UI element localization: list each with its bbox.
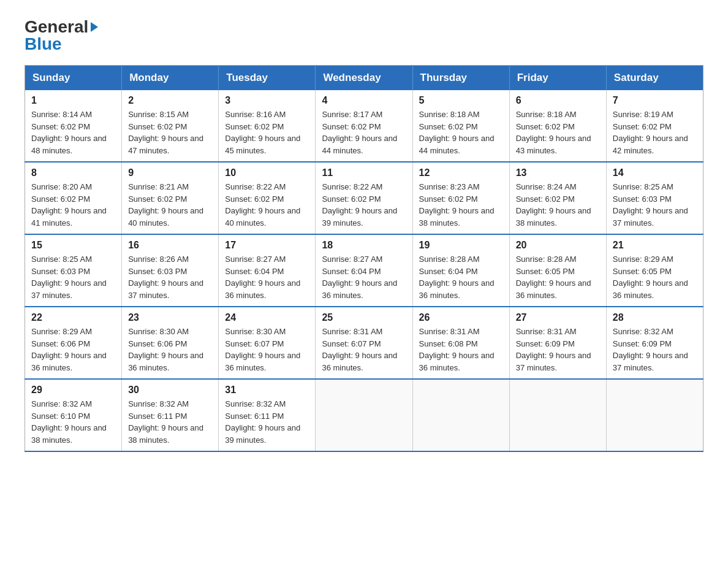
calendar-cell: 14 Sunrise: 8:25 AM Sunset: 6:03 PM Dayl…: [606, 162, 703, 234]
day-info: Sunrise: 8:19 AM Sunset: 6:02 PM Dayligh…: [613, 109, 697, 156]
calendar-cell: 2 Sunrise: 8:15 AM Sunset: 6:02 PM Dayli…: [122, 90, 219, 162]
calendar-cell: 12 Sunrise: 8:23 AM Sunset: 6:02 PM Dayl…: [412, 162, 509, 234]
day-number: 1: [31, 95, 115, 106]
weekday-header-sunday: Sunday: [25, 66, 122, 91]
calendar-cell: 7 Sunrise: 8:19 AM Sunset: 6:02 PM Dayli…: [606, 90, 703, 162]
calendar-cell: 27 Sunrise: 8:31 AM Sunset: 6:09 PM Dayl…: [509, 307, 606, 379]
weekday-header-saturday: Saturday: [606, 66, 703, 91]
day-info: Sunrise: 8:27 AM Sunset: 6:04 PM Dayligh…: [225, 253, 309, 301]
calendar-cell: 10 Sunrise: 8:22 AM Sunset: 6:02 PM Dayl…: [219, 162, 316, 234]
day-info: Sunrise: 8:28 AM Sunset: 6:04 PM Dayligh…: [419, 253, 503, 301]
day-number: 15: [31, 240, 115, 251]
logo-general-text: General: [25, 18, 88, 36]
day-info: Sunrise: 8:26 AM Sunset: 6:03 PM Dayligh…: [128, 253, 212, 301]
calendar-cell: 23 Sunrise: 8:30 AM Sunset: 6:06 PM Dayl…: [122, 307, 219, 379]
day-info: Sunrise: 8:30 AM Sunset: 6:07 PM Dayligh…: [225, 326, 309, 373]
calendar-cell: [316, 379, 412, 451]
day-number: 12: [419, 167, 503, 178]
day-number: 11: [322, 167, 406, 178]
day-info: Sunrise: 8:31 AM Sunset: 6:09 PM Dayligh…: [516, 326, 600, 373]
day-number: 14: [613, 167, 697, 178]
calendar-cell: [412, 379, 509, 451]
day-info: Sunrise: 8:17 AM Sunset: 6:02 PM Dayligh…: [322, 109, 406, 156]
calendar-cell: 24 Sunrise: 8:30 AM Sunset: 6:07 PM Dayl…: [219, 307, 316, 379]
day-info: Sunrise: 8:14 AM Sunset: 6:02 PM Dayligh…: [31, 109, 115, 156]
calendar-cell: 5 Sunrise: 8:18 AM Sunset: 6:02 PM Dayli…: [412, 90, 509, 162]
day-number: 13: [516, 167, 600, 178]
day-number: 26: [419, 312, 503, 323]
calendar-cell: 31 Sunrise: 8:32 AM Sunset: 6:11 PM Dayl…: [219, 379, 316, 451]
day-number: 31: [225, 385, 309, 396]
day-number: 8: [31, 167, 115, 178]
day-number: 30: [128, 385, 212, 396]
logo-arrow-icon: [91, 22, 98, 32]
day-number: 21: [613, 240, 697, 251]
day-number: 16: [128, 240, 212, 251]
day-number: 25: [322, 312, 406, 323]
day-info: Sunrise: 8:15 AM Sunset: 6:02 PM Dayligh…: [128, 109, 212, 156]
day-number: 29: [31, 385, 115, 396]
day-info: Sunrise: 8:25 AM Sunset: 6:03 PM Dayligh…: [613, 181, 697, 229]
calendar-cell: 3 Sunrise: 8:16 AM Sunset: 6:02 PM Dayli…: [219, 90, 316, 162]
day-info: Sunrise: 8:32 AM Sunset: 6:09 PM Dayligh…: [613, 326, 697, 373]
day-info: Sunrise: 8:31 AM Sunset: 6:08 PM Dayligh…: [419, 326, 503, 373]
weekday-header-row: SundayMondayTuesdayWednesdayThursdayFrid…: [25, 66, 703, 91]
day-number: 22: [31, 312, 115, 323]
day-number: 19: [419, 240, 503, 251]
calendar-cell: 20 Sunrise: 8:28 AM Sunset: 6:05 PM Dayl…: [509, 234, 606, 307]
day-number: 6: [516, 95, 600, 106]
calendar-week-5: 29 Sunrise: 8:32 AM Sunset: 6:10 PM Dayl…: [25, 379, 703, 451]
day-info: Sunrise: 8:30 AM Sunset: 6:06 PM Dayligh…: [128, 326, 212, 373]
day-number: 28: [613, 312, 697, 323]
day-number: 4: [322, 95, 406, 106]
calendar-week-2: 8 Sunrise: 8:20 AM Sunset: 6:02 PM Dayli…: [25, 162, 703, 234]
day-number: 17: [225, 240, 309, 251]
day-info: Sunrise: 8:21 AM Sunset: 6:02 PM Dayligh…: [128, 181, 212, 229]
weekday-header-monday: Monday: [122, 66, 219, 91]
day-info: Sunrise: 8:29 AM Sunset: 6:05 PM Dayligh…: [613, 253, 697, 301]
calendar-cell: 6 Sunrise: 8:18 AM Sunset: 6:02 PM Dayli…: [509, 90, 606, 162]
day-number: 7: [613, 95, 697, 106]
calendar-cell: 22 Sunrise: 8:29 AM Sunset: 6:06 PM Dayl…: [25, 307, 122, 379]
day-number: 9: [128, 167, 212, 178]
calendar-cell: 17 Sunrise: 8:27 AM Sunset: 6:04 PM Dayl…: [219, 234, 316, 307]
day-info: Sunrise: 8:32 AM Sunset: 6:10 PM Dayligh…: [31, 398, 115, 446]
day-info: Sunrise: 8:31 AM Sunset: 6:07 PM Dayligh…: [322, 326, 406, 373]
day-info: Sunrise: 8:32 AM Sunset: 6:11 PM Dayligh…: [128, 398, 212, 446]
weekday-header-thursday: Thursday: [412, 66, 509, 91]
calendar-cell: 1 Sunrise: 8:14 AM Sunset: 6:02 PM Dayli…: [25, 90, 122, 162]
day-info: Sunrise: 8:18 AM Sunset: 6:02 PM Dayligh…: [516, 109, 600, 156]
day-number: 23: [128, 312, 212, 323]
day-info: Sunrise: 8:20 AM Sunset: 6:02 PM Dayligh…: [31, 181, 115, 229]
day-info: Sunrise: 8:24 AM Sunset: 6:02 PM Dayligh…: [516, 181, 600, 229]
day-info: Sunrise: 8:23 AM Sunset: 6:02 PM Dayligh…: [419, 181, 503, 229]
calendar-cell: 21 Sunrise: 8:29 AM Sunset: 6:05 PM Dayl…: [606, 234, 703, 307]
calendar-cell: [509, 379, 606, 451]
day-info: Sunrise: 8:29 AM Sunset: 6:06 PM Dayligh…: [31, 326, 115, 373]
day-info: Sunrise: 8:16 AM Sunset: 6:02 PM Dayligh…: [225, 109, 309, 156]
day-info: Sunrise: 8:28 AM Sunset: 6:05 PM Dayligh…: [516, 253, 600, 301]
day-number: 10: [225, 167, 309, 178]
calendar-cell: 25 Sunrise: 8:31 AM Sunset: 6:07 PM Dayl…: [316, 307, 412, 379]
calendar-cell: 11 Sunrise: 8:22 AM Sunset: 6:02 PM Dayl…: [316, 162, 412, 234]
weekday-header-tuesday: Tuesday: [219, 66, 316, 91]
day-info: Sunrise: 8:32 AM Sunset: 6:11 PM Dayligh…: [225, 398, 309, 446]
calendar-week-4: 22 Sunrise: 8:29 AM Sunset: 6:06 PM Dayl…: [25, 307, 703, 379]
day-number: 3: [225, 95, 309, 106]
calendar-cell: 13 Sunrise: 8:24 AM Sunset: 6:02 PM Dayl…: [509, 162, 606, 234]
calendar-cell: [606, 379, 703, 451]
day-info: Sunrise: 8:25 AM Sunset: 6:03 PM Dayligh…: [31, 253, 115, 301]
day-info: Sunrise: 8:22 AM Sunset: 6:02 PM Dayligh…: [225, 181, 309, 229]
calendar-cell: 9 Sunrise: 8:21 AM Sunset: 6:02 PM Dayli…: [122, 162, 219, 234]
day-number: 27: [516, 312, 600, 323]
day-info: Sunrise: 8:22 AM Sunset: 6:02 PM Dayligh…: [322, 181, 406, 229]
calendar-cell: 18 Sunrise: 8:27 AM Sunset: 6:04 PM Dayl…: [316, 234, 412, 307]
calendar-cell: 30 Sunrise: 8:32 AM Sunset: 6:11 PM Dayl…: [122, 379, 219, 451]
weekday-header-wednesday: Wednesday: [316, 66, 412, 91]
calendar-cell: 26 Sunrise: 8:31 AM Sunset: 6:08 PM Dayl…: [412, 307, 509, 379]
calendar-week-1: 1 Sunrise: 8:14 AM Sunset: 6:02 PM Dayli…: [25, 90, 703, 162]
calendar-cell: 4 Sunrise: 8:17 AM Sunset: 6:02 PM Dayli…: [316, 90, 412, 162]
day-number: 20: [516, 240, 600, 251]
calendar-week-3: 15 Sunrise: 8:25 AM Sunset: 6:03 PM Dayl…: [25, 234, 703, 307]
day-number: 18: [322, 240, 406, 251]
